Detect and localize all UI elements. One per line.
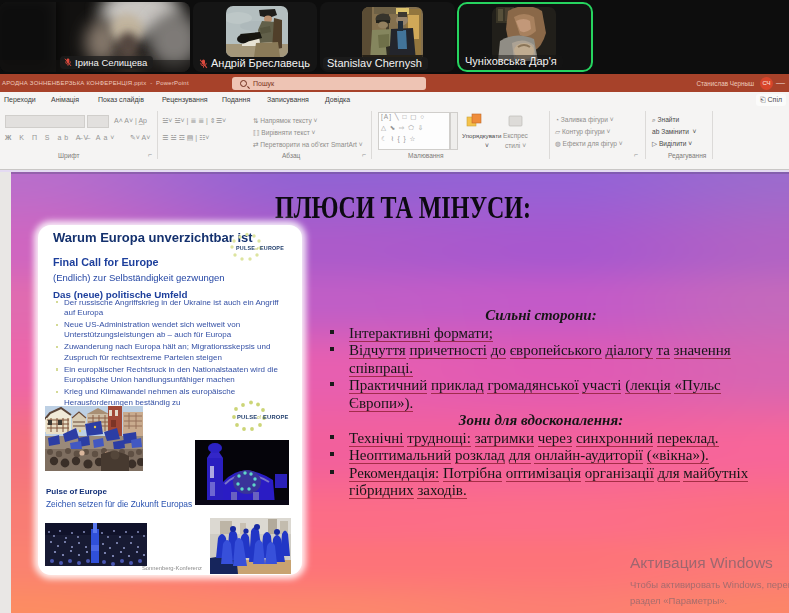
svg-text:EUROPE: EUROPE (263, 414, 289, 420)
svg-text:PULSE: PULSE (236, 245, 255, 251)
svg-text:of: of (255, 246, 259, 251)
svg-text:PULSE: PULSE (237, 414, 257, 420)
svg-text:EUROPE: EUROPE (260, 245, 284, 251)
svg-text:of: of (257, 415, 262, 420)
